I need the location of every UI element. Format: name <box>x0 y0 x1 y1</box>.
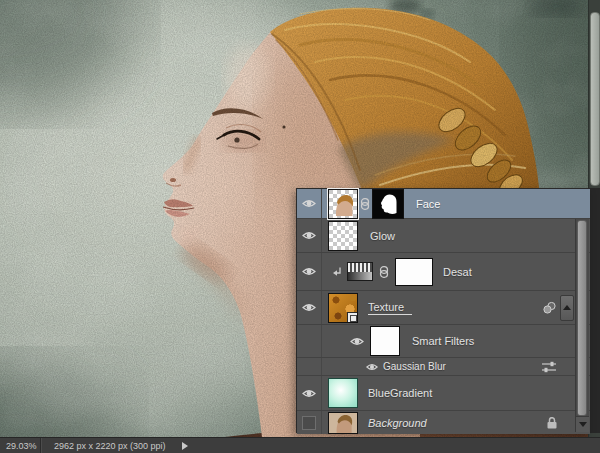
window-scrollbar-thumb[interactable] <box>590 12 600 186</box>
panel-right-edge <box>590 188 600 433</box>
layer-thumbnail[interactable] <box>328 189 358 219</box>
layer-row-face[interactable]: Face <box>297 189 590 219</box>
layer-row-background[interactable]: Background <box>297 411 590 434</box>
eye-icon <box>302 198 316 209</box>
filter-name[interactable]: Gaussian Blur <box>383 361 446 372</box>
visibility-toggle[interactable] <box>297 291 322 324</box>
visibility-toggle[interactable] <box>297 253 322 290</box>
status-expand-arrow-icon[interactable] <box>182 442 188 450</box>
layer-name[interactable]: Background <box>368 417 427 429</box>
eye-icon[interactable] <box>366 362 378 372</box>
layer-name[interactable]: BlueGradient <box>368 387 432 399</box>
visibility-toggle[interactable] <box>297 189 322 218</box>
layer-thumbnail[interactable] <box>328 221 358 251</box>
eye-icon <box>302 388 316 399</box>
smart-filters-label: Smart Filters <box>412 335 474 347</box>
layer-mask-thumbnail[interactable] <box>395 258 433 286</box>
triangle-up-icon <box>563 305 571 310</box>
triangle-down-icon <box>579 422 587 427</box>
status-bar: 29.03% 2962 px x 2220 px (300 ppi) <box>0 437 600 453</box>
eye-icon <box>302 266 316 277</box>
layer-row-glow[interactable]: Glow <box>297 219 590 253</box>
layer-name[interactable]: Desat <box>443 266 472 278</box>
document-info[interactable]: 2962 px x 2220 px (300 ppi) <box>54 441 166 451</box>
smart-filter-badge-icon[interactable] <box>543 301 556 314</box>
layer-thumbnail[interactable] <box>328 412 358 434</box>
background-thumbnail-image <box>329 413 357 433</box>
layer-name[interactable]: Face <box>416 198 440 210</box>
eye-icon <box>302 302 316 313</box>
layer-name[interactable]: Glow <box>370 230 395 242</box>
eye-icon <box>302 230 316 241</box>
link-icon <box>379 266 389 278</box>
layer-mask-thumbnail[interactable] <box>372 189 404 219</box>
link-icon <box>360 198 370 210</box>
clipping-mask-arrow-icon <box>332 267 341 277</box>
visibility-toggle[interactable] <box>297 219 322 252</box>
layer-name[interactable]: Texture <box>368 301 412 315</box>
layer-row-texture[interactable]: Texture <box>297 291 590 325</box>
visibility-toggle[interactable] <box>297 411 322 434</box>
layers-panel: Face Glow Desat <box>296 188 590 433</box>
eye-icon[interactable] <box>350 336 364 347</box>
layer-row-desat[interactable]: Desat <box>297 253 590 291</box>
status-divider <box>40 438 42 453</box>
lock-icon <box>546 417 558 429</box>
adjustment-layer-thumbnail[interactable] <box>347 262 373 281</box>
zoom-level-field[interactable]: 29.03% <box>6 441 40 451</box>
hidden-eye-well <box>302 416 316 430</box>
scroll-down-button[interactable] <box>576 416 589 432</box>
visibility-toggle[interactable] <box>297 376 322 410</box>
layer-thumbnail[interactable] <box>328 378 358 408</box>
smart-object-thumbnail[interactable] <box>328 293 358 323</box>
collapse-smart-filters-button[interactable] <box>560 295 574 321</box>
scrollbar-thumb[interactable] <box>577 220 587 416</box>
face-thumbnail-image <box>329 190 357 218</box>
layers-panel-scrollbar[interactable] <box>575 189 589 432</box>
filter-mask-thumbnail[interactable] <box>370 326 400 356</box>
photoshop-workspace: Face Glow Desat <box>0 0 600 453</box>
smart-object-badge-icon <box>347 312 358 323</box>
mask-silhouette <box>373 190 403 218</box>
smart-filters-row[interactable]: Smart Filters <box>297 325 590 358</box>
layer-row-bluegradient[interactable]: BlueGradient <box>297 376 590 411</box>
gaussian-blur-row[interactable]: Gaussian Blur <box>297 358 590 376</box>
blend-options-sliders-icon[interactable] <box>542 361 556 373</box>
